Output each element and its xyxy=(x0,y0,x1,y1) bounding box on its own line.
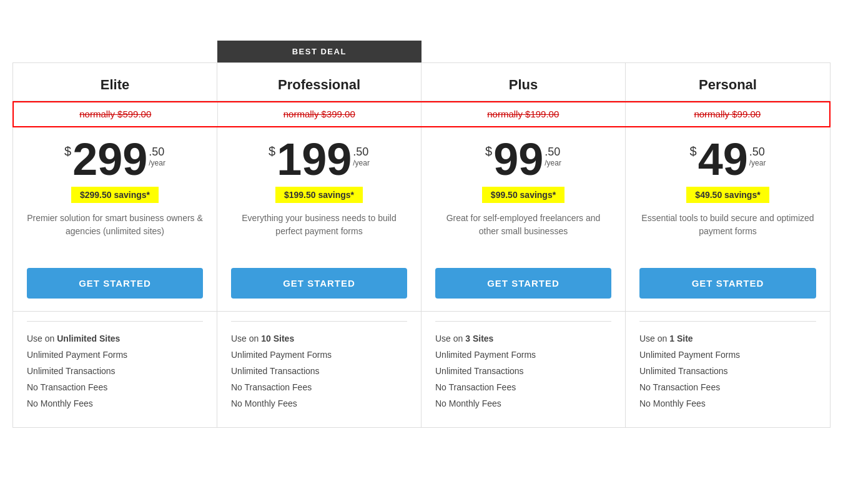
professional-features-col: Use on 10 Sites Unlimited Payment Forms … xyxy=(217,312,422,427)
professional-features-list: Use on 10 Sites Unlimited Payment Forms … xyxy=(231,330,407,412)
plus-sites-bold: 3 Sites xyxy=(465,334,493,343)
elite-dollar: $ xyxy=(64,144,71,159)
plus-price-display: $ 99 .50 /year xyxy=(435,137,611,182)
plus-features-list: Use on 3 Sites Unlimited Payment Forms U… xyxy=(435,330,611,412)
plan-name-elite: Elite xyxy=(13,63,217,101)
personal-price-main: 49 xyxy=(698,137,748,182)
plus-feature-4: No Monthly Fees xyxy=(435,395,611,412)
plus-dollar: $ xyxy=(485,144,492,159)
elite-savings-badge: $299.50 savings* xyxy=(71,187,159,203)
elite-description: Premier solution for smart business owne… xyxy=(27,212,203,255)
plan-names-row: Elite Professional Plus Personal xyxy=(12,62,831,101)
personal-features-col: Use on 1 Site Unlimited Payment Forms Un… xyxy=(626,312,830,427)
pricing-container: BEST DEAL Elite Professional Plus Person… xyxy=(12,12,831,428)
personal-sale-col: $ 49 .50 /year $49.50 savings* Essential… xyxy=(626,127,830,311)
professional-sites-feature: Use on 10 Sites xyxy=(231,330,407,347)
sale-section: $ 299 .50 /year $299.50 savings* Premier… xyxy=(12,127,831,312)
professional-price-year: /year xyxy=(353,159,370,167)
elite-sale-col: $ 299 .50 /year $299.50 savings* Premier… xyxy=(13,127,217,311)
personal-feature-1: Unlimited Payment Forms xyxy=(639,347,816,363)
personal-divider xyxy=(639,321,816,322)
best-deal-banner: BEST DEAL xyxy=(217,41,422,62)
strikethrough-band: normally $599.00 normally $399.00 normal… xyxy=(12,101,831,127)
professional-savings-badge: $199.50 savings* xyxy=(275,187,363,203)
plus-original-price-cell: normally $199.00 xyxy=(422,102,626,126)
plus-divider xyxy=(435,321,611,322)
plus-features-col: Use on 3 Sites Unlimited Payment Forms U… xyxy=(422,312,626,427)
plus-cta-button[interactable]: GET STARTED xyxy=(435,268,611,299)
elite-original-price: normally $599.00 xyxy=(79,109,151,119)
professional-name: Professional xyxy=(231,77,407,93)
plus-savings-badge: $99.50 savings* xyxy=(482,187,564,203)
plan-name-plus: Plus xyxy=(422,63,626,101)
features-section: Use on Unlimited Sites Unlimited Payment… xyxy=(12,312,831,428)
personal-sites-feature: Use on 1 Site xyxy=(639,330,816,347)
best-deal-spacer xyxy=(12,41,217,62)
personal-sites-bold: 1 Site xyxy=(669,334,693,343)
personal-savings-badge: $49.50 savings* xyxy=(686,187,769,203)
professional-original-price-cell: normally $399.00 xyxy=(218,102,422,126)
elite-features-col: Use on Unlimited Sites Unlimited Payment… xyxy=(13,312,217,427)
elite-price-main: 299 xyxy=(72,137,147,182)
elite-cta-button[interactable]: GET STARTED xyxy=(27,268,203,299)
professional-price-cents: .50 xyxy=(353,146,368,159)
personal-feature-3: No Transaction Fees xyxy=(639,379,816,395)
personal-name: Personal xyxy=(639,77,816,93)
best-deal-label: BEST DEAL xyxy=(292,47,347,56)
professional-feature-3: No Transaction Fees xyxy=(231,379,407,395)
plan-name-personal: Personal xyxy=(626,63,830,101)
personal-feature-4: No Monthly Fees xyxy=(639,395,816,412)
elite-price-cents: .50 xyxy=(149,146,164,159)
professional-feature-2: Unlimited Transactions xyxy=(231,363,407,379)
elite-feature-2: Unlimited Transactions xyxy=(27,363,203,379)
personal-features-list: Use on 1 Site Unlimited Payment Forms Un… xyxy=(639,330,816,412)
personal-feature-2: Unlimited Transactions xyxy=(639,363,816,379)
personal-description: Essential tools to build secure and opti… xyxy=(639,212,816,255)
elite-price-display: $ 299 .50 /year xyxy=(27,137,203,182)
professional-price-main: 199 xyxy=(277,137,352,182)
personal-price-display: $ 49 .50 /year xyxy=(639,137,816,182)
elite-feature-3: No Transaction Fees xyxy=(27,379,203,395)
professional-price-display: $ 199 .50 /year xyxy=(231,137,407,182)
professional-description: Everything your business needs to build … xyxy=(231,212,407,255)
professional-feature-4: No Monthly Fees xyxy=(231,395,407,412)
elite-sites-feature: Use on Unlimited Sites xyxy=(27,330,203,347)
spacer3 xyxy=(626,41,831,62)
personal-cta-button[interactable]: GET STARTED xyxy=(639,268,816,299)
elite-divider xyxy=(27,321,203,322)
plus-price-cents: .50 xyxy=(545,146,560,159)
elite-sites-bold: Unlimited Sites xyxy=(57,334,120,343)
personal-price-year: /year xyxy=(749,159,766,167)
professional-feature-1: Unlimited Payment Forms xyxy=(231,347,407,363)
elite-feature-4: No Monthly Fees xyxy=(27,395,203,412)
professional-divider xyxy=(231,321,407,322)
personal-price-cents: .50 xyxy=(749,146,765,159)
professional-cta-button[interactable]: GET STARTED xyxy=(231,268,407,299)
plus-original-price: normally $199.00 xyxy=(487,109,559,119)
plus-feature-3: No Transaction Fees xyxy=(435,379,611,395)
plus-price-main: 99 xyxy=(493,137,543,182)
plus-sites-feature: Use on 3 Sites xyxy=(435,330,611,347)
professional-sites-bold: 10 Sites xyxy=(261,334,294,343)
personal-dollar: $ xyxy=(690,144,697,159)
elite-price-year: /year xyxy=(149,159,165,167)
plus-name: Plus xyxy=(435,77,611,93)
personal-original-price: normally $99.00 xyxy=(694,109,761,119)
plus-feature-2: Unlimited Transactions xyxy=(435,363,611,379)
spacer2 xyxy=(422,41,626,62)
plan-name-professional: Professional xyxy=(217,63,422,101)
elite-name: Elite xyxy=(27,77,203,93)
professional-sale-col: $ 199 .50 /year $199.50 savings* Everyth… xyxy=(217,127,422,311)
plus-price-year: /year xyxy=(545,159,561,167)
plus-feature-1: Unlimited Payment Forms xyxy=(435,347,611,363)
elite-feature-1: Unlimited Payment Forms xyxy=(27,347,203,363)
professional-original-price: normally $399.00 xyxy=(283,109,355,119)
personal-original-price-cell: normally $99.00 xyxy=(626,102,830,126)
plus-sale-col: $ 99 .50 /year $99.50 savings* Great for… xyxy=(422,127,626,311)
professional-dollar: $ xyxy=(269,144,275,159)
elite-features-list: Use on Unlimited Sites Unlimited Payment… xyxy=(27,330,203,412)
plus-description: Great for self-employed freelancers and … xyxy=(435,212,611,255)
elite-original-price-cell: normally $599.00 xyxy=(14,102,218,126)
